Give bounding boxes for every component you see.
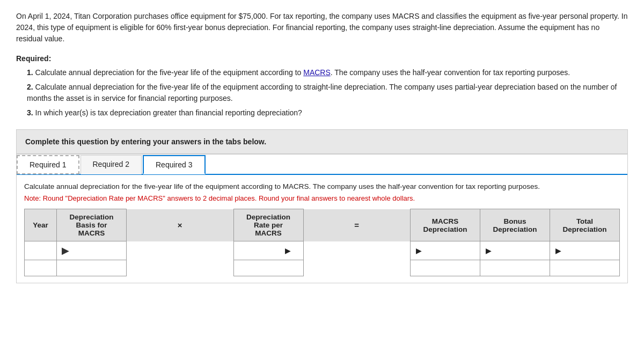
tab-required-3[interactable]: Required 3 bbox=[143, 155, 206, 174]
input-total[interactable] bbox=[564, 247, 614, 255]
empty-cell-macrs bbox=[411, 260, 480, 276]
cell-bonus[interactable]: ▶ bbox=[480, 241, 550, 260]
total-arrow: ▶ bbox=[555, 247, 561, 255]
tab-required-1[interactable]: Required 1 bbox=[17, 155, 79, 174]
depreciation-table: Year DepreciationBasis forMACRS × Deprec… bbox=[24, 209, 620, 276]
header-rate: DepreciationRate perMACRS bbox=[233, 209, 303, 241]
complete-box-text: Complete this question by entering your … bbox=[25, 137, 266, 146]
req1-num: 1. bbox=[27, 68, 33, 77]
empty-op1 bbox=[127, 260, 234, 276]
header-bonus: BonusDepreciation bbox=[480, 209, 550, 241]
empty-cell-basis bbox=[57, 260, 127, 276]
problem-text: On April 1, 2024, Titan Corporation purc… bbox=[16, 11, 628, 45]
requirement-1: 1. Calculate annual depreciation for the… bbox=[27, 67, 628, 78]
input-macrs[interactable] bbox=[424, 247, 474, 255]
rate-arrow: ▶ bbox=[285, 247, 291, 255]
req3-num: 3. bbox=[27, 108, 33, 117]
tabs-row: Required 1 Required 2 Required 3 bbox=[17, 155, 627, 175]
empty-cell-total bbox=[550, 260, 620, 276]
complete-box: Complete this question by entering your … bbox=[16, 129, 628, 154]
empty-cell-bonus bbox=[480, 260, 550, 276]
requirement-2: 2. Calculate annual depreciation for the… bbox=[27, 82, 628, 104]
cell-op2 bbox=[303, 241, 411, 260]
header-total: TotalDepreciation bbox=[550, 209, 620, 241]
tabs-area: Required 1 Required 2 Required 3 Calcula… bbox=[16, 154, 628, 283]
header-op1: × bbox=[127, 209, 234, 241]
header-macrs: MACRSDepreciation bbox=[411, 209, 480, 241]
requirements-list: 1. Calculate annual depreciation for the… bbox=[16, 67, 628, 119]
table-row-empty bbox=[25, 260, 620, 276]
empty-cell-rate bbox=[233, 260, 303, 276]
note-text: Note: Round "Depreciation Rate per MACRS… bbox=[24, 194, 620, 202]
cell-total[interactable]: ▶ bbox=[550, 241, 620, 260]
table-row: ▶ ▶ ▶ ▶ bbox=[25, 241, 620, 260]
cell-year[interactable] bbox=[25, 241, 57, 260]
macrs-arrow: ▶ bbox=[416, 247, 422, 255]
bonus-arrow: ▶ bbox=[486, 247, 492, 255]
arrow-basis: ▶ bbox=[62, 245, 69, 256]
cell-rate[interactable]: ▶ bbox=[233, 241, 303, 260]
input-bonus[interactable] bbox=[494, 247, 544, 255]
tab-required-2[interactable]: Required 2 bbox=[80, 155, 142, 174]
input-basis[interactable] bbox=[71, 247, 122, 255]
cell-basis[interactable]: ▶ bbox=[57, 241, 127, 260]
input-rate[interactable] bbox=[246, 247, 283, 255]
required-heading: Required: bbox=[16, 54, 628, 63]
empty-cell-year bbox=[25, 260, 57, 276]
header-op2: = bbox=[303, 209, 411, 241]
tab-content: Calculate annual depreciation for the fi… bbox=[17, 175, 627, 283]
requirement-3: 3. In which year(s) is tax depreciation … bbox=[27, 107, 628, 119]
req1-text-before: Calculate annual depreciation for the fi… bbox=[35, 68, 304, 77]
cell-macrs[interactable]: ▶ bbox=[411, 241, 480, 260]
req2-text: Calculate annual depreciation for the fi… bbox=[27, 83, 617, 102]
req3-text: In which year(s) is tax depreciation gre… bbox=[35, 108, 302, 117]
cell-op1 bbox=[127, 241, 234, 260]
tab-description: Calculate annual depreciation for the fi… bbox=[24, 181, 620, 192]
header-basis: DepreciationBasis forMACRS bbox=[57, 209, 127, 241]
tab-required-3-label: Required 3 bbox=[156, 160, 193, 169]
macrs-link[interactable]: MACRS bbox=[303, 68, 331, 77]
req1-text-after: . The company uses the half-year convent… bbox=[331, 68, 570, 77]
tab-required-2-label: Required 2 bbox=[93, 160, 130, 168]
tab-required-1-label: Required 1 bbox=[30, 160, 67, 169]
empty-op2 bbox=[303, 260, 411, 276]
input-year[interactable] bbox=[28, 247, 53, 255]
header-year: Year bbox=[25, 209, 57, 241]
req2-num: 2. bbox=[27, 83, 33, 91]
